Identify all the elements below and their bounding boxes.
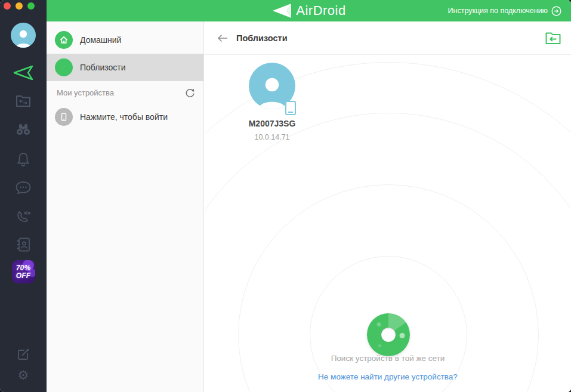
promo-badge: 70% OFF <box>12 260 35 283</box>
rail-item-messages[interactable] <box>0 181 47 195</box>
main-area: Поблизости M2007J3SG 10.0.14.71 <box>205 21 571 392</box>
phone-call-icon <box>16 208 31 224</box>
compass-icon <box>55 58 73 76</box>
search-status-text: Поиск устройств в той же сети <box>205 354 571 363</box>
nav-item-home-label: Домашний <box>80 35 121 45</box>
rail-item-files[interactable] <box>0 94 47 107</box>
rail-item-compose[interactable] <box>0 348 47 361</box>
nav-item-home[interactable]: Домашний <box>47 26 203 54</box>
nav-panel: Домашний Поблизости Мои устройства <box>47 21 204 392</box>
device-phone-icon <box>55 108 73 126</box>
sign-in-item[interactable]: Нажмите, чтобы войти <box>47 104 203 130</box>
close-window-button[interactable] <box>4 2 11 10</box>
account-avatar[interactable] <box>0 23 47 48</box>
device-avatar <box>249 63 295 109</box>
my-devices-label: Мои устройства <box>57 88 185 97</box>
minimize-window-button[interactable] <box>16 2 23 10</box>
back-arrow-icon[interactable] <box>217 33 229 43</box>
circle-arrow-right-icon <box>551 6 561 16</box>
user-avatar-icon <box>11 23 36 48</box>
contacts-book-icon <box>16 237 31 252</box>
rail-item-contacts[interactable] <box>0 237 47 252</box>
device-name: M2007J3SG <box>224 119 320 128</box>
nearby-device-card[interactable]: M2007J3SG 10.0.14.71 <box>224 63 320 141</box>
home-icon <box>55 31 73 49</box>
received-files-folder-icon[interactable] <box>545 31 561 45</box>
rail-item-notifications[interactable] <box>0 152 47 167</box>
chat-bubble-icon <box>15 181 32 195</box>
paper-plane-icon <box>13 64 34 81</box>
radar-scan-icon <box>367 313 410 356</box>
top-bar: AirDroid Инструкция по подключению <box>47 0 571 21</box>
connection-guide-link[interactable]: Инструкция по подключению <box>448 0 561 21</box>
nav-item-nearby-label: Поблизости <box>80 63 126 72</box>
rail-item-promo[interactable]: 70% OFF <box>0 260 47 283</box>
mobile-phone-badge-icon <box>285 101 296 115</box>
promo-line2: OFF <box>16 272 31 280</box>
binoculars-icon <box>15 123 32 136</box>
page-title: Поблизости <box>236 33 288 43</box>
sign-in-label: Нажмите, чтобы войти <box>80 112 168 122</box>
rail-item-settings[interactable]: ⚙ <box>0 369 47 381</box>
promo-line1: 70% <box>16 264 31 272</box>
left-icon-rail: 70% OFF ⚙ <box>0 0 47 392</box>
window-controls <box>4 2 35 10</box>
bell-icon <box>16 152 31 167</box>
gear-icon: ⚙ <box>18 369 29 381</box>
zoom-window-button[interactable] <box>27 2 35 10</box>
connection-guide-label: Инструкция по подключению <box>448 7 548 15</box>
folder-transfer-icon <box>16 94 31 107</box>
airdroid-plane-icon <box>271 3 292 18</box>
refresh-icon[interactable] <box>185 88 195 98</box>
main-header: Поблизости <box>205 21 571 55</box>
radar-scan-core <box>381 328 396 342</box>
cant-find-devices-link[interactable]: Не можете найти другие устройства? <box>205 372 571 381</box>
my-devices-section: Мои устройства <box>47 81 203 104</box>
device-ip: 10.0.14.71 <box>224 133 320 141</box>
compose-icon <box>17 348 30 361</box>
nav-item-nearby[interactable]: Поблизости <box>47 54 203 81</box>
logo-text: AirDroid <box>296 3 345 18</box>
rail-item-discover[interactable] <box>0 123 47 136</box>
radar-content: M2007J3SG 10.0.14.71 Поиск устройств в т… <box>205 55 571 392</box>
airdroid-window: 70% OFF ⚙ AirDroid Инструкция по подключ… <box>0 0 571 392</box>
rail-item-transfer[interactable] <box>0 64 47 81</box>
rail-item-calls[interactable] <box>0 208 47 224</box>
